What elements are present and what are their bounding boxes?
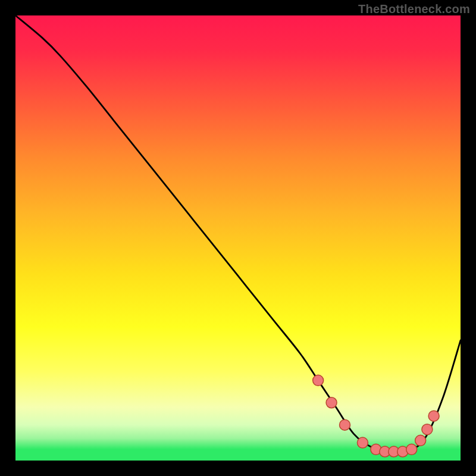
curve-marker [428, 411, 439, 421]
curve-marker [389, 446, 399, 457]
curve-layer [15, 15, 461, 461]
plot-area [15, 15, 461, 461]
bottleneck-curve [15, 15, 461, 453]
curve-marker [326, 397, 337, 408]
curve-marker [380, 446, 390, 457]
watermark-text: TheBottleneck.com [358, 2, 470, 16]
curve-marker [406, 444, 417, 455]
curve-marker [313, 375, 324, 386]
curve-markers [313, 375, 439, 457]
curve-marker [357, 437, 368, 448]
curve-marker [422, 424, 433, 435]
curve-marker [415, 435, 426, 446]
curve-marker [340, 419, 350, 430]
chart-frame: TheBottleneck.com [0, 0, 476, 476]
curve-marker [371, 444, 381, 455]
curve-marker [397, 446, 408, 457]
